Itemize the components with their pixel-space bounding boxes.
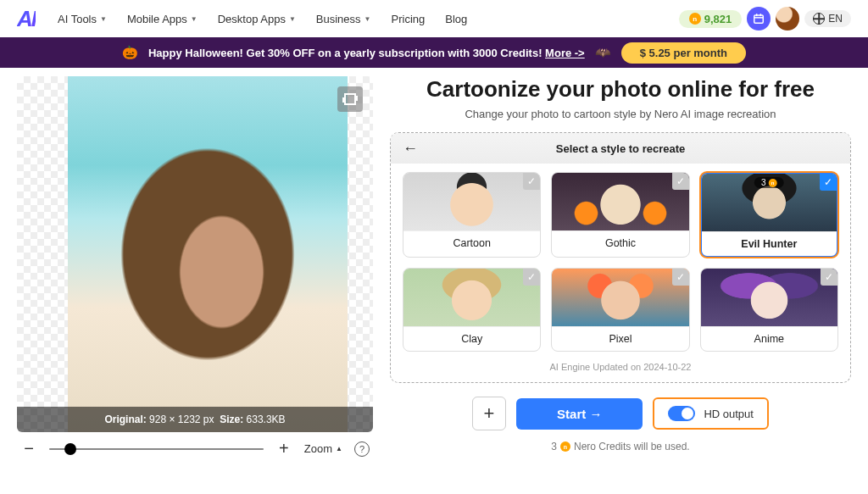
image-info-bar: Original: 928 × 1232 px Size: 633.3KB [17, 407, 373, 432]
promo-banner: 🎃 Happy Halloween! Get 30% OFF on a year… [0, 37, 868, 68]
help-button[interactable]: ? [354, 441, 370, 457]
hd-output-option[interactable]: HD output [653, 397, 769, 430]
zoom-controls: − + Zoom ▲ ? [17, 432, 373, 465]
nav-ai-tools[interactable]: AI Tools▼ [58, 13, 107, 25]
zoom-label[interactable]: Zoom ▲ [304, 442, 342, 455]
zoom-slider[interactable] [49, 448, 264, 450]
nav-desktop-apps[interactable]: Desktop Apps▼ [218, 13, 296, 25]
style-name: Anime [701, 326, 837, 351]
zoom-slider-thumb[interactable] [64, 443, 76, 455]
uploaded-photo [68, 76, 348, 432]
caret-down-icon: ▼ [364, 15, 371, 23]
image-editor[interactable]: Original: 928 × 1232 px Size: 633.3KB [17, 76, 373, 432]
cost-badge: 3n [754, 177, 784, 188]
check-icon: ✓ [523, 173, 540, 190]
style-thumb: ✓ [552, 173, 688, 230]
style-thumb: ✓ [403, 269, 540, 326]
svg-rect-0 [754, 15, 764, 23]
page-subtitle: Change your photo to cartoon style by Ne… [390, 108, 851, 120]
logo[interactable]: AI [17, 6, 36, 32]
hd-label: HD output [704, 408, 754, 420]
style-card-clay[interactable]: ✓ Clay [403, 268, 541, 352]
style-selector: ← Select a style to recreate ✓ Cartoon ✓… [390, 132, 851, 383]
check-icon: ✓ [821, 269, 837, 286]
check-icon: ✓ [672, 269, 689, 286]
coin-icon: n [560, 441, 570, 452]
style-thumb: ✓ [552, 269, 688, 326]
caret-down-icon: ▼ [191, 15, 198, 23]
crop-icon [344, 93, 356, 105]
style-grid: ✓ Cartoon ✓ Gothic 3n ✓ Evil Hunter ✓ Cl [403, 172, 838, 352]
banner-cta-button[interactable]: $ 5.25 per month [621, 42, 746, 64]
add-image-button[interactable]: + [472, 397, 506, 430]
check-icon: ✓ [523, 269, 540, 286]
options-panel: Cartoonize your photo online for free Ch… [390, 76, 851, 465]
credit-cost-note: 3 n Nero Credits will be used. [390, 441, 851, 452]
caret-down-icon: ▼ [289, 15, 296, 23]
style-thumb: ✓ [701, 269, 837, 326]
action-row: + Start → HD output [390, 397, 851, 430]
hd-toggle[interactable] [668, 406, 695, 421]
nav-business[interactable]: Business▼ [316, 13, 371, 25]
style-thumb: ✓ [403, 173, 540, 230]
main-nav: AI Tools▼ Mobile Apps▼ Desktop Apps▼ Bus… [58, 13, 674, 25]
style-card-anime[interactable]: ✓ Anime [700, 268, 838, 352]
image-panel: Original: 928 × 1232 px Size: 633.3KB − … [17, 76, 373, 465]
coin-icon: n [769, 179, 777, 187]
nav-pricing[interactable]: Pricing [392, 13, 426, 25]
style-card-evil-hunter[interactable]: 3n ✓ Evil Hunter [700, 172, 838, 258]
style-thumb: 3n ✓ [702, 174, 837, 231]
zoom-in-button[interactable]: + [275, 439, 292, 458]
banner-link[interactable]: More -> [545, 47, 585, 59]
style-card-cartoon[interactable]: ✓ Cartoon [403, 172, 541, 258]
header: AI AI Tools▼ Mobile Apps▼ Desktop Apps▼ … [0, 0, 868, 37]
pumpkin-icon: 🎃 [122, 45, 138, 60]
start-button[interactable]: Start → [516, 398, 643, 430]
caret-up-icon: ▲ [336, 445, 342, 452]
style-card-pixel[interactable]: ✓ Pixel [551, 268, 689, 352]
crop-button[interactable] [337, 86, 363, 112]
bat-icon: 🦇 [595, 45, 611, 60]
style-name: Cartoon [403, 230, 540, 255]
check-icon: ✓ [820, 174, 837, 191]
banner-text: Happy Halloween! Get 30% OFF on a yearly… [148, 47, 585, 59]
check-icon: ✓ [672, 173, 689, 190]
style-name: Clay [403, 326, 540, 351]
style-name: Evil Hunter [702, 231, 837, 256]
page-title: Cartoonize your photo online for free [390, 76, 851, 103]
nav-mobile-apps[interactable]: Mobile Apps▼ [127, 13, 198, 25]
caret-down-icon: ▼ [100, 15, 107, 23]
language-selector[interactable]: EN [804, 10, 851, 27]
back-button[interactable]: ← [403, 140, 418, 158]
style-card-gothic[interactable]: ✓ Gothic [551, 172, 689, 258]
credits-value: 9,821 [704, 13, 732, 25]
zoom-out-button[interactable]: − [20, 439, 37, 458]
user-avatar[interactable] [776, 7, 799, 31]
style-selector-header: ← Select a style to recreate [391, 133, 850, 164]
globe-icon [813, 13, 825, 25]
calendar-button[interactable] [747, 7, 771, 31]
calendar-icon [753, 13, 765, 25]
coin-icon: n [689, 13, 701, 25]
style-name: Pixel [552, 326, 688, 351]
style-name: Gothic [552, 230, 688, 255]
credits-pill[interactable]: n 9,821 [679, 10, 743, 28]
nav-blog[interactable]: Blog [445, 13, 467, 25]
engine-update-note: AI Engine Updated on 2024-10-22 [403, 362, 838, 372]
main-content: Original: 928 × 1232 px Size: 633.3KB − … [0, 68, 868, 465]
